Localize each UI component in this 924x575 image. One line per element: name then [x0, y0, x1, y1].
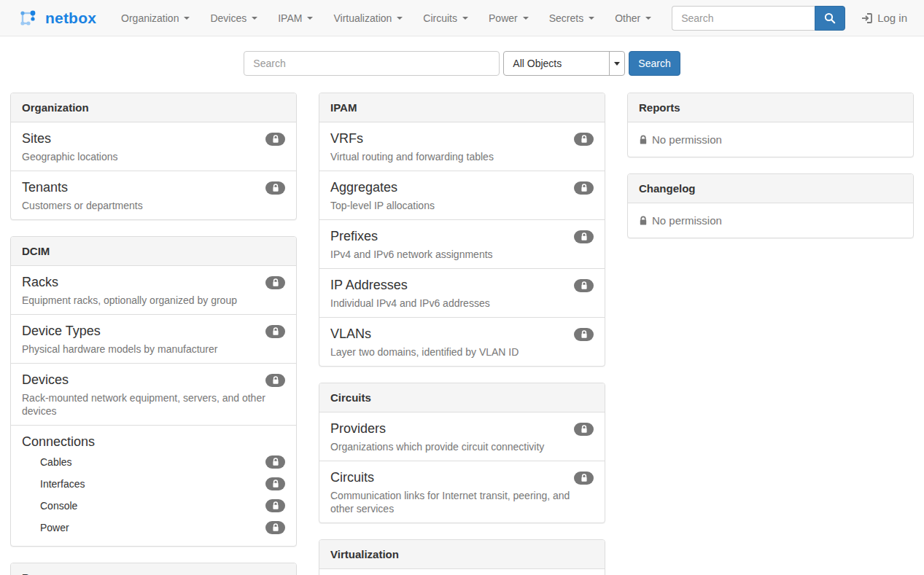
- link-tenants[interactable]: Tenants: [22, 179, 68, 197]
- item-devices: DevicesRack-mounted network equipment, s…: [11, 364, 296, 426]
- subitem-cables: Cables: [22, 451, 285, 473]
- object-type-select[interactable]: All Objects: [503, 51, 625, 76]
- nav-menu-secrets[interactable]: Secrets: [539, 1, 605, 35]
- item-prefixes: PrefixesIPv4 and IPv6 network assignment…: [319, 220, 605, 269]
- panel-virtualization: VirtualizationClusters: [319, 539, 605, 575]
- lock-icon: [581, 281, 588, 290]
- search-button[interactable]: Search: [629, 51, 680, 76]
- no-permission-label: No permission: [652, 133, 722, 146]
- nav-menu-label: Circuits: [423, 12, 457, 24]
- lock-badge: [265, 181, 285, 195]
- link-aggregates[interactable]: Aggregates: [330, 179, 397, 197]
- item-device-types: Device TypesPhysical hardware models by …: [11, 315, 296, 364]
- lock-icon: [639, 135, 648, 145]
- item-circuits: CircuitsCommunication links for Internet…: [319, 461, 605, 523]
- link-connections-power[interactable]: Power: [40, 520, 69, 535]
- chevron-down-icon: [184, 17, 190, 20]
- navbar-menus: OrganizationDevicesIPAMVirtualizationCir…: [111, 1, 661, 35]
- item-sites: SitesGeographic locations: [11, 122, 296, 171]
- nav-menu-label: Secrets: [549, 12, 583, 24]
- link-vrfs[interactable]: VRFs: [330, 130, 363, 148]
- item-row: Device Types: [22, 322, 285, 340]
- link-racks[interactable]: Racks: [22, 273, 58, 292]
- lock-badge: [265, 521, 285, 534]
- link-prefixes[interactable]: Prefixes: [330, 227, 378, 246]
- item-description: Individual IPv4 and IPv6 addresses: [330, 297, 594, 310]
- link-providers[interactable]: Providers: [330, 420, 386, 438]
- chevron-down-icon: [523, 17, 529, 20]
- item-providers: ProvidersOrganizations which provide cir…: [319, 412, 605, 461]
- link-vlans[interactable]: VLANs: [330, 325, 371, 343]
- no-permission-notice: No permission: [628, 203, 913, 238]
- chevron-down-icon: [307, 17, 313, 20]
- nav-menu-ipam[interactable]: IPAM: [268, 1, 323, 35]
- lock-icon: [272, 458, 279, 466]
- item-vlans: VLANsLayer two domains, identified by VL…: [319, 318, 605, 366]
- panel-heading-ipam: IPAM: [319, 93, 605, 122]
- navbar-search-button[interactable]: [815, 6, 845, 31]
- chevron-down-icon: [252, 17, 257, 20]
- item-row: IP Addresses: [330, 276, 594, 294]
- item-description: Geographic locations: [22, 150, 285, 163]
- nav-menu-label: IPAM: [278, 12, 302, 24]
- item-tenants: TenantsCustomers or departments: [11, 171, 296, 219]
- lock-badge: [574, 472, 594, 485]
- link-circuits[interactable]: Circuits: [330, 469, 374, 487]
- item-description: Customers or departments: [22, 199, 285, 212]
- panel-heading-changelog: Changelog: [628, 174, 913, 203]
- subitem-power: Power: [22, 517, 285, 539]
- panel-heading-circuits: Circuits: [319, 383, 605, 412]
- nav-item-power: Power: [478, 1, 539, 35]
- panel-list: Clusters: [319, 569, 605, 575]
- nav-item-organization: Organization: [111, 1, 200, 35]
- navbar-search-input[interactable]: [672, 6, 815, 31]
- nav-item-secrets: Secrets: [539, 1, 605, 35]
- search-input[interactable]: [244, 51, 500, 76]
- nav-menu-virtualization[interactable]: Virtualization: [323, 1, 413, 35]
- link-device-types[interactable]: Device Types: [22, 322, 101, 340]
- lock-icon: [272, 480, 279, 488]
- item-description: Equipment racks, optionally organized by…: [22, 294, 285, 307]
- netbox-logo-icon: [18, 7, 40, 29]
- top-navbar: netbox OrganizationDevicesIPAMVirtualiza…: [0, 0, 924, 36]
- link-connections[interactable]: Connections: [22, 433, 95, 451]
- lock-icon: [581, 232, 588, 241]
- netbox-brand[interactable]: netbox: [18, 7, 96, 29]
- chevron-down-icon: [645, 17, 651, 20]
- lock-icon: [639, 216, 648, 226]
- nav-menu-circuits[interactable]: Circuits: [413, 1, 478, 35]
- lock-icon: [272, 135, 279, 144]
- object-type-select-wrap: All Objects: [503, 51, 625, 76]
- lock-badge: [574, 230, 594, 243]
- panel-organization: OrganizationSitesGeographic locationsTen…: [10, 93, 297, 220]
- chevron-down-icon: [397, 17, 403, 20]
- item-row: VRFs: [330, 130, 594, 148]
- subitem-console: Console: [22, 495, 285, 517]
- nav-menu-other[interactable]: Other: [605, 1, 661, 35]
- lock-icon: [272, 278, 279, 287]
- item-description: Top-level IP allocations: [330, 199, 594, 212]
- link-ip-addresses[interactable]: IP Addresses: [330, 276, 408, 294]
- panel-changelog: ChangelogNo permission: [627, 173, 914, 238]
- link-sites[interactable]: Sites: [22, 130, 51, 148]
- lock-badge: [574, 423, 594, 436]
- link-devices[interactable]: Devices: [22, 371, 69, 389]
- nav-item-other: Other: [605, 1, 661, 35]
- lock-badge: [574, 279, 594, 292]
- link-connections-cables[interactable]: Cables: [40, 455, 72, 469]
- item-description: IPv4 and IPv6 network assignments: [330, 248, 594, 261]
- item-description: Communication links for Internet transit…: [330, 489, 594, 515]
- link-connections-console[interactable]: Console: [40, 498, 77, 513]
- item-row: Devices: [22, 371, 285, 389]
- item-racks: RacksEquipment racks, optionally organiz…: [11, 266, 296, 315]
- nav-menu-label: Power: [489, 12, 518, 24]
- lock-badge: [265, 455, 285, 469]
- nav-menu-devices[interactable]: Devices: [200, 1, 268, 35]
- nav-menu-power[interactable]: Power: [478, 1, 539, 35]
- link-connections-interfaces[interactable]: Interfaces: [40, 477, 85, 491]
- item-clusters: Clusters: [319, 569, 605, 575]
- login-link[interactable]: Log in: [861, 12, 907, 24]
- lock-badge: [265, 325, 285, 338]
- nav-menu-organization[interactable]: Organization: [111, 1, 200, 35]
- panel-list: VRFsVirtual routing and forwarding table…: [319, 122, 605, 366]
